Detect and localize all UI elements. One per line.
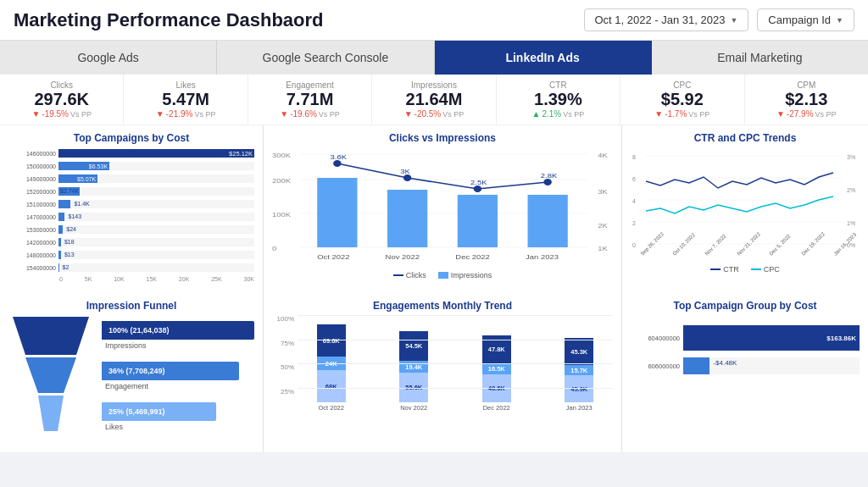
svg-marker-50	[25, 357, 76, 393]
bar-stack-oct: 69.6K 24K 68K	[317, 324, 346, 402]
metric-cpm: CPM $2.13 ▼ -27.9% Vs PP	[745, 75, 868, 125]
bar-stack-nov: 54.5K 19.4K 55.6K	[399, 331, 428, 402]
svg-text:Dec 2022: Dec 2022	[455, 253, 490, 261]
svg-text:2: 2	[632, 220, 636, 226]
engagements-chart-container: 100% 75% 50% 25% 69.6K	[272, 315, 613, 425]
svg-text:Jan 2023: Jan 2023	[526, 253, 559, 261]
svg-text:Sep 26, 2022: Sep 26, 2022	[639, 231, 665, 257]
clicks-impressions-title: Clicks vs Impressions	[272, 132, 613, 144]
svg-rect-12	[317, 178, 357, 247]
chevron-down-icon: ▼	[730, 16, 737, 25]
svg-text:Nov 7, 2022: Nov 7, 2022	[704, 233, 727, 257]
metric-cpc: CPC $5.92 ▼ -1.7% Vs PP	[620, 75, 744, 125]
ctr-cpc-title: CTR and CPC Trends	[631, 132, 860, 144]
svg-text:Dec 5, 2022: Dec 5, 2022	[768, 233, 792, 257]
svg-text:2.8K: 2.8K	[541, 172, 558, 180]
down-arrow-icon: ▼	[776, 109, 785, 119]
svg-text:1%: 1%	[847, 220, 855, 226]
svg-text:3%: 3%	[847, 154, 855, 160]
metric-label: Likes	[132, 80, 238, 90]
svg-text:2%: 2%	[847, 187, 855, 193]
funnel-level-2: 36% (7,708,249) Engagement	[102, 362, 254, 390]
metric-change: ▲ 2.1% Vs PP	[505, 109, 611, 119]
metric-likes: Likes 5.47M ▼ -21.9% Vs PP	[124, 75, 248, 125]
metric-impressions: Impressions 21.64M ▼ -20.5% Vs PP	[372, 75, 496, 125]
metric-ctr: CTR 1.39% ▲ 2.1% Vs PP	[497, 75, 620, 125]
metric-label: Impressions	[381, 80, 487, 90]
top-campaigns-panel: Top Campaigns by Cost 146000000 $25.12K …	[0, 125, 263, 293]
y-axis: 100% 75% 50% 25%	[272, 315, 298, 425]
svg-rect-15	[528, 195, 568, 247]
ctr-cpc-panel: CTR and CPC Trends 8 6 4 2 0 3% 2% 1% 0%…	[622, 125, 868, 293]
funnel-level-3: 25% (5,469,991) Likes	[102, 402, 254, 431]
campaign-filter-dropdown[interactable]: Campaign Id ▼	[757, 8, 854, 31]
top-campaigns-title: Top Campaigns by Cost	[8, 132, 254, 144]
bar-group-nov: 54.5K 19.4K 55.6K Nov 2022	[381, 331, 448, 412]
svg-marker-51	[38, 396, 64, 431]
svg-text:100K: 100K	[272, 211, 291, 219]
engagements-trend-panel: Engagements Monthly Trend 100% 75% 50% 2…	[264, 293, 621, 452]
metric-change: ▼ -27.9% Vs PP	[754, 109, 860, 119]
bar-stack-dec: 47.8K 16.5K 48.6K	[482, 335, 511, 402]
engagements-trend-title: Engagements Monthly Trend	[272, 300, 613, 312]
down-arrow-icon: ▼	[280, 109, 288, 119]
tab-linkedin-ads[interactable]: LinkedIn Ads	[435, 41, 652, 75]
svg-text:4K: 4K	[598, 152, 608, 159]
metric-change: ▼ -20.5% Vs PP	[381, 109, 487, 119]
funnel-svg	[8, 317, 93, 435]
metrics-row: Clicks 297.6K ▼ -19.5% Vs PP Likes 5.47M…	[0, 75, 868, 125]
chevron-down-icon-2: ▼	[836, 16, 843, 25]
metric-value: $5.92	[629, 90, 735, 109]
svg-rect-13	[387, 190, 427, 247]
clicks-impressions-chart: 300K 200K 100K 0 4K 3K 2K 1K	[272, 147, 613, 274]
metric-clicks: Clicks 297.6K ▼ -19.5% Vs PP	[0, 75, 124, 125]
metric-label: CPM	[754, 80, 860, 90]
impression-funnel-panel: Impression Funnel 100% (21,64,038) Impre…	[0, 293, 263, 452]
svg-text:2.5K: 2.5K	[470, 179, 487, 186]
svg-text:0: 0	[272, 245, 276, 252]
metric-value: 7.71M	[257, 90, 363, 109]
bar-group-jan: 45.3K 15.7K 45.9K Jan 2023	[546, 338, 614, 412]
page-title: Marketing Performance Dashbaord	[14, 9, 324, 31]
metric-change: ▼ -1.7% Vs PP	[629, 109, 735, 119]
metric-label: Clicks	[8, 80, 114, 90]
clicks-impressions-panel: Clicks vs Impressions 300K 200K 100K 0 4…	[264, 125, 621, 293]
campaign-group-chart: 604000000 $163.86K 606000000 -$4.48K	[631, 317, 860, 374]
impression-funnel-title: Impression Funnel	[8, 300, 254, 312]
charts-row-1: Top Campaigns by Cost 146000000 $25.12K …	[0, 125, 868, 293]
svg-text:Nov 21, 2022: Nov 21, 2022	[736, 231, 761, 257]
svg-text:Dec 19, 2022: Dec 19, 2022	[800, 231, 826, 257]
ctr-cpc-chart: 8 6 4 2 0 3% 2% 1% 0% Sep 26, 2022 Oct 1…	[631, 147, 860, 270]
funnel-level-1: 100% (21,64,038) Impressions	[102, 321, 254, 350]
up-arrow-icon: ▲	[532, 109, 541, 119]
svg-marker-49	[13, 317, 89, 355]
metric-change: ▼ -21.9% Vs PP	[132, 109, 238, 119]
metric-value: 21.64M	[381, 90, 487, 109]
top-campaign-group-panel: Top Campaign Group by Cost 604000000 $16…	[622, 293, 868, 452]
date-range-dropdown[interactable]: Oct 1, 2022 - Jan 31, 2023 ▼	[584, 8, 749, 31]
metric-change: ▼ -19.5% Vs PP	[8, 109, 114, 119]
top-campaigns-chart: 146000000 $25.12K 150000000 $6.53K 14900…	[8, 147, 254, 282]
down-arrow-icon: ▼	[31, 109, 40, 119]
svg-text:3.6K: 3.6K	[331, 153, 348, 161]
svg-text:Nov 2022: Nov 2022	[386, 253, 420, 261]
tab-email-marketing[interactable]: Email Marketing	[652, 41, 868, 75]
date-range-value: Oct 1, 2022 - Jan 31, 2023	[595, 14, 726, 26]
down-arrow-icon: ▼	[404, 109, 413, 119]
charts-row-2: Impression Funnel 100% (21,64,038) Impre…	[0, 293, 868, 452]
funnel-labels: 100% (21,64,038) Impressions 36% (7,708,…	[102, 321, 254, 431]
campaign-filter-value: Campaign Id	[768, 14, 831, 26]
metric-value: 1.39%	[505, 90, 611, 109]
svg-text:3K: 3K	[400, 168, 410, 175]
header: Marketing Performance Dashbaord Oct 1, 2…	[0, 0, 868, 41]
header-controls: Oct 1, 2022 - Jan 31, 2023 ▼ Campaign Id…	[584, 8, 855, 31]
tab-google-search-console[interactable]: Google Search Console	[217, 41, 434, 75]
metric-change: ▼ -19.6% Vs PP	[257, 109, 363, 119]
down-arrow-icon: ▼	[654, 109, 663, 119]
svg-text:8: 8	[632, 154, 636, 160]
tab-google-ads[interactable]: Google Ads	[0, 41, 217, 75]
top-campaign-group-title: Top Campaign Group by Cost	[631, 300, 860, 312]
metric-label: CPC	[629, 80, 735, 90]
svg-text:6: 6	[632, 176, 636, 182]
metric-value: 297.6K	[8, 90, 114, 109]
